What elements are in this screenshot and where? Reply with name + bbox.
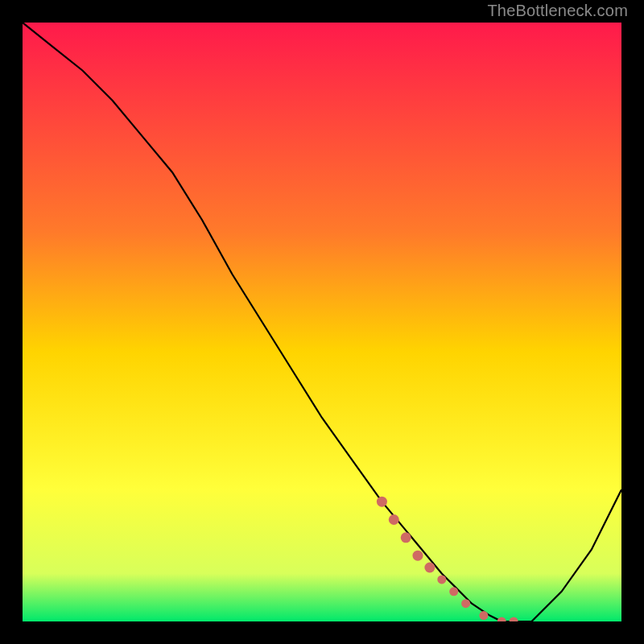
highlight-dot: [413, 551, 423, 561]
gradient-background: [23, 23, 621, 621]
highlight-dot: [461, 599, 470, 608]
chart-frame: TheBottleneck.com: [0, 0, 644, 644]
highlight-dot: [424, 563, 435, 573]
plot-area: [23, 23, 621, 621]
highlight-dot: [377, 497, 387, 507]
highlight-dot: [389, 514, 399, 525]
chart-svg: [23, 23, 621, 621]
highlight-dot: [479, 611, 488, 620]
watermark-text: TheBottleneck.com: [487, 2, 628, 20]
highlight-dot: [449, 587, 458, 596]
highlight-dot: [401, 532, 411, 543]
highlight-dot: [437, 575, 446, 584]
